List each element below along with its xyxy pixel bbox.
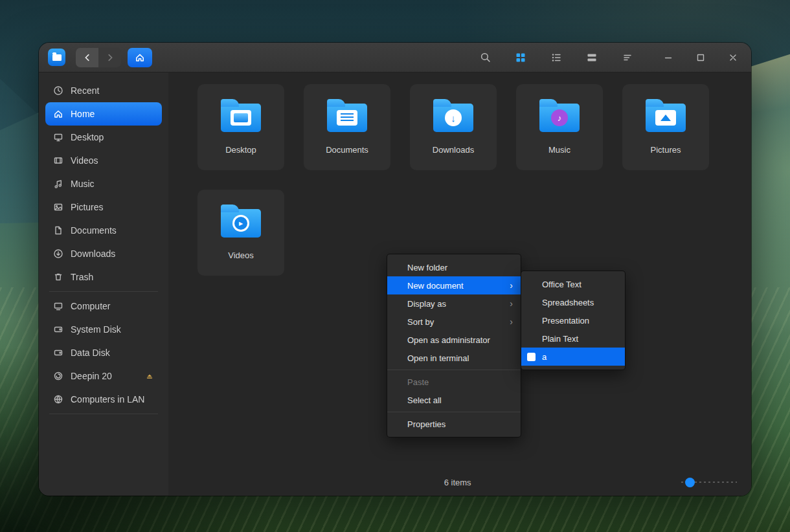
menu-item-open-as-administrator[interactable]: Open as administrator — [387, 331, 521, 349]
sidebar-item-desktop[interactable]: Desktop — [45, 126, 162, 149]
detail-view-button[interactable] — [583, 49, 601, 67]
submenu-item-presentation[interactable]: Presentation — [521, 311, 625, 329]
sidebar-item-label: Music — [71, 179, 95, 189]
menu-item-select-all[interactable]: Select all — [387, 391, 521, 409]
sidebar-item-computer[interactable]: Computer — [45, 294, 162, 318]
minimize-icon — [663, 52, 673, 63]
close-icon — [728, 52, 738, 63]
template-file-icon — [527, 353, 536, 361]
forward-button[interactable] — [98, 48, 121, 67]
navigation-buttons — [76, 48, 121, 67]
desktop-icon — [53, 132, 63, 142]
sidebar-separator — [49, 291, 158, 292]
menu-item-label: New folder — [407, 263, 447, 272]
sidebar-item-label: Deepin 20 — [71, 371, 112, 381]
home-icon — [135, 52, 145, 63]
folder-item-music[interactable]: ♪ Music — [516, 84, 603, 170]
submenu-arrow-icon: › — [510, 280, 513, 291]
screen-emblem-icon — [231, 110, 251, 126]
music-icon — [53, 179, 63, 189]
sidebar-separator — [49, 414, 158, 414]
folder-item-documents[interactable]: Documents — [304, 84, 390, 170]
menu-item-open-in-terminal[interactable]: Open in terminal — [387, 349, 521, 367]
sidebar-item-downloads[interactable]: Downloads — [45, 242, 162, 265]
menu-item-label: New document — [407, 281, 464, 291]
menu-item-paste: Paste — [387, 373, 521, 391]
folder-item-downloads[interactable]: ↓ Downloads — [410, 84, 497, 170]
slider-knob[interactable] — [685, 478, 695, 487]
folder-label: Pictures — [651, 145, 681, 155]
eject-button[interactable] — [145, 371, 154, 381]
sidebar-item-label: Data Disk — [71, 348, 110, 358]
folder-icon — [327, 104, 367, 132]
grid-view-button[interactable] — [512, 49, 530, 67]
home-button[interactable] — [128, 48, 152, 67]
document-emblem-icon — [337, 110, 357, 126]
menu-separator — [387, 412, 521, 412]
menu-item-label: Open as administrator — [407, 335, 490, 345]
maximize-button[interactable] — [692, 49, 710, 67]
sidebar-item-music[interactable]: Music — [45, 172, 162, 195]
submenu-item-office-text[interactable]: Office Text — [521, 275, 625, 293]
icon-size-slider[interactable] — [681, 477, 737, 487]
sidebar-item-label: Documents — [71, 225, 117, 236]
download-emblem-icon: ↓ — [445, 109, 462, 126]
sidebar-item-deepin-20[interactable]: Deepin 20 — [45, 364, 162, 388]
minimize-button[interactable] — [659, 49, 677, 67]
menu-item-display-as[interactable]: Display as › — [387, 294, 521, 313]
folder-label: Music — [548, 145, 570, 155]
sidebar-item-data-disk[interactable]: Data Disk — [45, 341, 162, 364]
sidebar-item-pictures[interactable]: Pictures — [45, 195, 162, 219]
grid-view-icon — [515, 52, 526, 63]
menu-item-new-document[interactable]: New document › — [387, 276, 521, 294]
sidebar-item-documents[interactable]: Documents — [45, 219, 162, 242]
menu-item-label: Spreadsheets — [542, 298, 594, 307]
network-icon — [53, 394, 63, 405]
status-bar: 6 items — [168, 469, 751, 495]
pictures-icon — [53, 202, 63, 212]
clock-icon — [53, 85, 63, 96]
sidebar-item-home[interactable]: Home — [45, 102, 162, 126]
chevron-right-icon — [105, 52, 115, 63]
disk-icon — [53, 324, 63, 335]
menu-item-sort-by[interactable]: Sort by › — [387, 313, 521, 331]
menu-item-new-folder[interactable]: New folder — [387, 258, 521, 276]
titlebar[interactable] — [39, 43, 751, 72]
folder-icon: ↓ — [433, 104, 473, 132]
folder-label: Videos — [228, 250, 254, 260]
sidebar-item-videos[interactable]: Videos — [45, 149, 162, 172]
folder-label: Documents — [326, 145, 368, 155]
menu-item-label: Properties — [407, 419, 446, 429]
sidebar-item-label: Videos — [71, 155, 98, 166]
submenu-item-a[interactable]: a — [521, 348, 625, 366]
menu-item-label: a — [542, 352, 547, 362]
trash-icon — [53, 272, 63, 282]
close-button[interactable] — [724, 49, 742, 67]
back-button[interactable] — [76, 48, 98, 67]
disk-icon — [53, 348, 63, 358]
sidebar: Recent Home Desktop Videos Music Picture… — [39, 72, 168, 495]
submenu-item-plain-text[interactable]: Plain Text — [521, 329, 625, 348]
menu-item-label: Sort by — [407, 317, 434, 327]
folder-icon: ▶ — [221, 209, 261, 238]
sidebar-item-computers-in-lan[interactable]: Computers in LAN — [45, 388, 162, 411]
list-view-button[interactable] — [547, 49, 565, 67]
folder-item-videos[interactable]: ▶ Videos — [198, 190, 284, 276]
menu-item-properties[interactable]: Properties — [387, 415, 521, 433]
folder-item-desktop[interactable]: Desktop — [198, 84, 284, 170]
folder-icon — [646, 104, 686, 132]
home-icon — [53, 109, 63, 119]
sidebar-item-label: Downloads — [71, 249, 115, 259]
menu-item-label: Display as — [407, 299, 446, 309]
sidebar-item-system-disk[interactable]: System Disk — [45, 318, 162, 341]
sidebar-item-trash[interactable]: Trash — [45, 265, 162, 289]
folder-item-pictures[interactable]: Pictures — [622, 84, 709, 170]
chevron-left-icon — [82, 52, 93, 63]
submenu-arrow-icon: › — [510, 316, 513, 327]
search-button[interactable] — [476, 49, 494, 67]
submenu-item-spreadsheets[interactable]: Spreadsheets — [521, 293, 625, 311]
menu-button[interactable] — [618, 49, 637, 67]
folder-icon: ♪ — [539, 104, 580, 132]
folder-icon — [221, 104, 261, 132]
sidebar-item-recent[interactable]: Recent — [45, 79, 162, 102]
